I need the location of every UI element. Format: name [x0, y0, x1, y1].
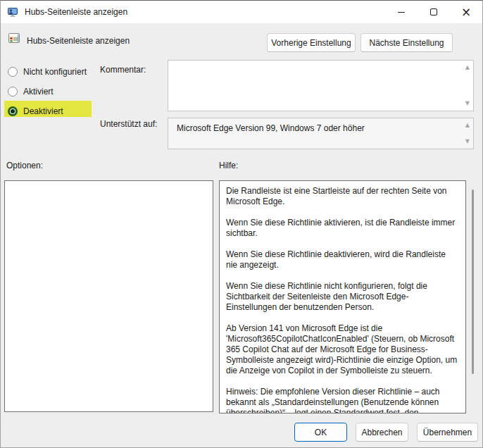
titlebar: Hubs-Seitenleiste anzeigen × — [1, 1, 482, 23]
apply-button[interactable]: Übernehmen — [417, 423, 478, 442]
radio-not-configured[interactable]: Nicht konfiguriert — [8, 65, 87, 79]
comment-textarea[interactable]: ▲ ▼ — [168, 60, 474, 111]
help-paragraph: Die Randleiste ist eine Startleiste auf … — [226, 186, 459, 207]
help-paragraph: Wenn Sie diese Richtlinie nicht konfigur… — [226, 281, 459, 313]
next-setting-button[interactable]: Nächste Einstellung — [360, 33, 453, 52]
options-panel — [4, 180, 213, 412]
supported-on-value: Microsoft Edge Version 99, Windows 7 ode… — [177, 123, 365, 133]
ok-button[interactable]: OK — [294, 423, 347, 442]
help-label: Hilfe: — [219, 161, 238, 170]
scroll-up-icon[interactable]: ▲ — [465, 123, 470, 128]
maximize-icon — [430, 8, 437, 15]
options-label: Optionen: — [6, 161, 43, 170]
cancel-button[interactable]: Abbrechen — [356, 423, 408, 442]
help-paragraph: Ab Version 141 von Microsoft Edge ist di… — [226, 323, 459, 376]
group-policy-setting-dialog: Hubs-Seitenleiste anzeigen × Hubs-Seiten… — [0, 0, 483, 448]
minimize-button[interactable] — [385, 1, 418, 23]
help-scrollbar-thumb[interactable] — [472, 189, 474, 374]
scroll-up-icon[interactable]: ▲ — [465, 65, 470, 70]
radio-circle-unchecked[interactable] — [8, 87, 18, 97]
scroll-down-icon[interactable]: ▼ — [465, 139, 470, 144]
radio-enabled[interactable]: Aktiviert — [8, 85, 54, 99]
window-controls: × — [385, 1, 482, 23]
supported-on-label: Unterstützt auf: — [100, 119, 157, 129]
help-paragraph: Wenn Sie diese Richtlinie deaktivieren, … — [226, 249, 459, 270]
help-paragraph: Hinweis: Die empfohlene Version dieser R… — [226, 387, 459, 413]
setting-name: Hubs-Seitenleiste anzeigen — [27, 36, 130, 46]
scroll-down-icon[interactable]: ▼ — [465, 101, 470, 106]
comment-label: Kommentar: — [100, 65, 146, 75]
supported-on-box: Microsoft Edge Version 99, Windows 7 ode… — [168, 118, 474, 149]
maximize-button[interactable] — [418, 1, 450, 23]
close-button[interactable]: × — [450, 1, 482, 23]
radio-label: Deaktiviert — [23, 106, 63, 116]
radio-circle-unchecked[interactable] — [8, 67, 18, 77]
radio-label: Nicht konfiguriert — [23, 67, 87, 77]
help-paragraph: Wenn Sie diese Richtlinie aktivieren, is… — [226, 218, 459, 239]
previous-setting-button[interactable]: Vorherige Einstellung — [267, 33, 356, 52]
radio-disabled[interactable]: Deaktiviert — [8, 104, 63, 118]
window-title: Hubs-Seitenleiste anzeigen — [25, 7, 127, 17]
radio-label: Aktiviert — [23, 87, 54, 97]
minimize-icon — [398, 12, 405, 13]
close-icon: × — [461, 6, 471, 18]
help-panel[interactable]: Die Randleiste ist eine Startleiste auf … — [219, 180, 466, 413]
radio-circle-checked[interactable] — [8, 106, 18, 116]
policy-window-icon — [7, 6, 18, 18]
policy-setting-icon — [8, 32, 20, 44]
